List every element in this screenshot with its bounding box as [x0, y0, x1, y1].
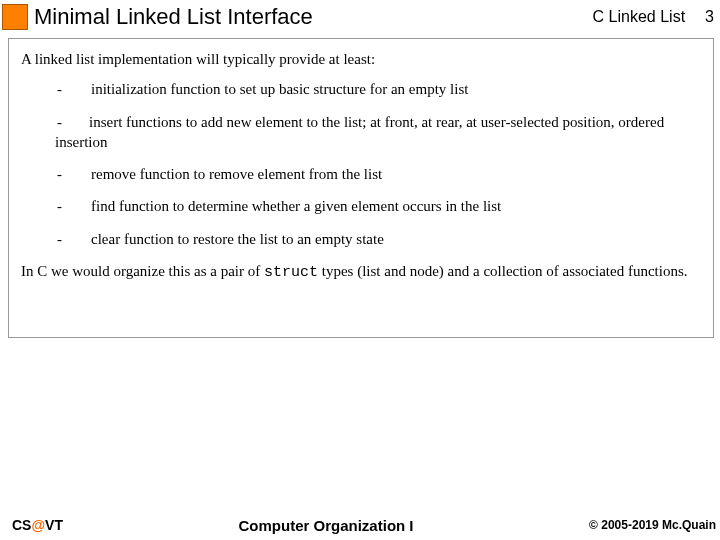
list-item: - initialization function to set up basi… — [57, 79, 701, 99]
bullet-list: - initialization function to set up basi… — [57, 79, 701, 249]
footer-center: Computer Organization I — [63, 517, 589, 534]
bullet-dash-icon: - — [57, 79, 91, 99]
content-panel: A linked list implementation will typica… — [8, 38, 714, 338]
intro-text: A linked list implementation will typica… — [21, 49, 701, 69]
footer-left: CS@VT — [12, 517, 63, 533]
page-number: 3 — [705, 8, 714, 26]
list-item: - remove function to remove element from… — [57, 164, 701, 184]
bullet-text: find function to determine whether a giv… — [91, 196, 701, 216]
bullet-text: remove function to remove element from t… — [91, 164, 701, 184]
bullet-text: insert functions to add new element to t… — [55, 112, 701, 153]
list-item: - find function to determine whether a g… — [57, 196, 701, 216]
header-right: C Linked List 3 — [593, 8, 714, 26]
list-item: - clear function to restore the list to … — [57, 229, 701, 249]
bullet-text: initialization function to set up basic … — [91, 79, 701, 99]
accent-square-icon — [2, 4, 28, 30]
closing-text: In C we would organize this as a pair of… — [21, 261, 701, 283]
slide-header: Minimal Linked List Interface C Linked L… — [0, 0, 720, 34]
bullet-dash-icon: - — [57, 229, 91, 249]
footer-copyright: © 2005-2019 Mc.Quain — [589, 518, 716, 532]
slide-title: Minimal Linked List Interface — [34, 4, 593, 30]
at-icon: @ — [31, 517, 45, 533]
bullet-dash-icon: - — [57, 196, 91, 216]
code-struct: struct — [264, 264, 318, 281]
slide-footer: CS@VT Computer Organization I © 2005-201… — [0, 514, 720, 536]
subject-label: C Linked List — [593, 8, 686, 26]
bullet-dash-icon: - — [57, 164, 91, 184]
list-item: - insert functions to add new element to… — [57, 112, 701, 153]
bullet-text: clear function to restore the list to an… — [91, 229, 701, 249]
